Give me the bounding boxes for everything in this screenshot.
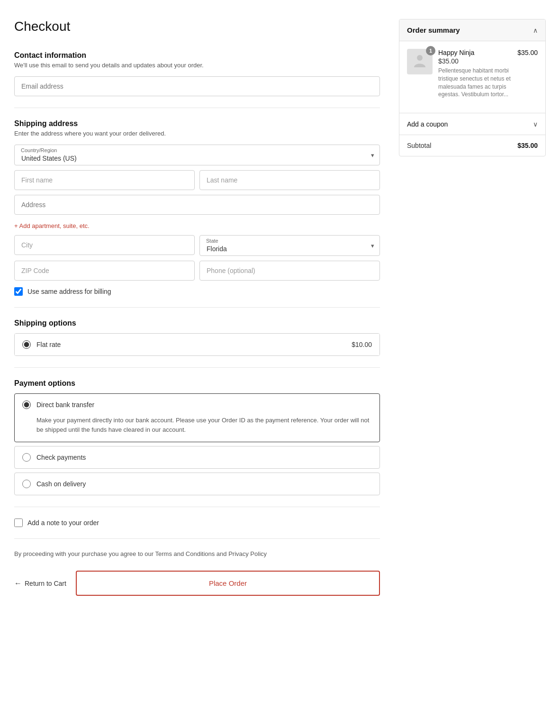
order-summary-header[interactable]: Order summary (399, 19, 545, 41)
add-apartment-link[interactable]: + Add apartment, suite, etc. (14, 222, 90, 229)
order-item-price: $35.00 (438, 57, 512, 65)
first-name-field (14, 170, 195, 190)
payment-body-bank-transfer: Make your payment directly into our bank… (15, 416, 379, 442)
shipping-section-title: Shipping address (14, 119, 380, 128)
first-name-input[interactable] (14, 170, 195, 190)
return-to-cart-link[interactable]: ← Return to Cart (14, 579, 66, 588)
state-select[interactable]: Florida (199, 235, 380, 256)
divider-payment (14, 507, 380, 507)
coupon-expand-icon (533, 120, 538, 128)
shipping-section-subtitle: Enter the address where you want your or… (14, 130, 380, 137)
terms-text: By proceeding with your purchase you agr… (14, 550, 380, 557)
payment-radio-bank-transfer[interactable] (22, 400, 31, 409)
payment-radio-check[interactable] (22, 453, 31, 462)
coupon-row[interactable]: Add a coupon (399, 113, 545, 135)
divider-shipping-options (14, 367, 380, 368)
payment-option-check-header[interactable]: Check payments (15, 446, 379, 468)
order-item-description: Pellentesque habitant morbi tristique se… (438, 67, 512, 99)
email-field-group (14, 76, 380, 96)
note-checkbox-row: Add a note to your order (14, 519, 380, 527)
contact-section-title: Contact information (14, 51, 380, 60)
address-field-group (14, 195, 380, 215)
return-to-cart-label: Return to Cart (25, 580, 66, 587)
note-checkbox[interactable] (14, 519, 23, 527)
contact-section: Contact information We'll use this email… (14, 51, 380, 96)
name-row (14, 170, 380, 190)
country-select[interactable]: United States (US) (14, 145, 380, 165)
shipping-options-section: Shipping options Flat rate $10.00 (14, 319, 380, 356)
order-item-details: Happy Ninja $35.00 Pellentesque habitant… (438, 49, 512, 99)
shipping-option-flat-rate-price: $10.00 (352, 341, 372, 348)
order-summary-box: Order summary 1 (399, 19, 546, 156)
zip-input[interactable] (14, 261, 195, 281)
payment-label-check: Check payments (36, 454, 86, 461)
payment-radio-cash[interactable] (22, 480, 31, 488)
order-item-image-wrap: 1 (407, 49, 433, 74)
phone-field (199, 261, 380, 281)
order-item-name: Happy Ninja (438, 49, 512, 56)
order-summary-body: 1 Happy Ninja $35.00 Pellentesque habita… (399, 41, 545, 113)
state-field: State Florida ▾ (199, 235, 380, 256)
divider-shipping (14, 307, 380, 308)
shipping-option-flat-rate-label: Flat rate (36, 341, 352, 348)
arrow-left-icon: ← (14, 579, 22, 588)
divider-note (14, 538, 380, 539)
billing-checkbox-label[interactable]: Use same address for billing (27, 288, 111, 295)
contact-section-subtitle: We'll use this email to send you details… (14, 62, 380, 69)
order-item-quantity-badge: 1 (426, 46, 435, 55)
svg-point-0 (417, 55, 423, 61)
shipping-option-flat-rate[interactable]: Flat rate $10.00 (15, 334, 379, 355)
note-checkbox-label[interactable]: Add a note to your order (27, 519, 99, 527)
billing-checkbox-row: Use same address for billing (14, 287, 380, 296)
divider-contact (14, 108, 380, 108)
shipping-section: Shipping address Enter the address where… (14, 119, 380, 296)
coupon-label: Add a coupon (407, 120, 448, 128)
zip-phone-row (14, 261, 380, 281)
subtotal-row: Subtotal $35.00 (399, 135, 545, 156)
address-input[interactable] (14, 195, 380, 215)
shipping-options-box: Flat rate $10.00 (14, 333, 380, 356)
payment-section: Payment options Direct bank transfer Mak… (14, 379, 380, 495)
email-input[interactable] (14, 76, 380, 96)
payment-label-cash: Cash on delivery (36, 480, 86, 488)
product-image-placeholder (411, 53, 428, 70)
city-state-row: State Florida ▾ (14, 235, 380, 256)
order-summary-sidebar: Order summary 1 (399, 19, 546, 156)
country-field: Country/Region United States (US) ▾ (14, 145, 380, 165)
order-summary-title: Order summary (407, 26, 460, 34)
payment-label-bank-transfer: Direct bank transfer (36, 401, 94, 409)
payment-option-bank-transfer: Direct bank transfer Make your payment d… (14, 393, 380, 442)
city-input[interactable] (14, 235, 195, 255)
payment-option-check: Check payments (14, 446, 380, 469)
last-name-input[interactable] (199, 170, 380, 190)
order-item-total: $35.00 (517, 49, 538, 56)
zip-field (14, 261, 195, 281)
main-content: Checkout Contact information We'll use t… (14, 19, 380, 596)
shipping-options-title: Shipping options (14, 319, 380, 328)
order-item: 1 Happy Ninja $35.00 Pellentesque habita… (407, 49, 538, 99)
phone-input[interactable] (199, 261, 380, 281)
payment-option-bank-transfer-header[interactable]: Direct bank transfer (15, 394, 379, 416)
order-summary-collapse-icon (533, 26, 538, 34)
place-order-button[interactable]: Place Order (76, 571, 380, 596)
payment-section-title: Payment options (14, 379, 380, 388)
subtotal-value: $35.00 (517, 142, 538, 149)
payment-option-cash-header[interactable]: Cash on delivery (15, 473, 379, 495)
last-name-field (199, 170, 380, 190)
payment-option-cash: Cash on delivery (14, 473, 380, 495)
billing-checkbox[interactable] (14, 287, 23, 296)
shipping-option-flat-rate-radio[interactable] (22, 340, 31, 349)
subtotal-label: Subtotal (407, 142, 431, 149)
page-title: Checkout (14, 19, 380, 34)
bottom-actions: ← Return to Cart Place Order (14, 571, 380, 596)
city-field (14, 235, 195, 256)
